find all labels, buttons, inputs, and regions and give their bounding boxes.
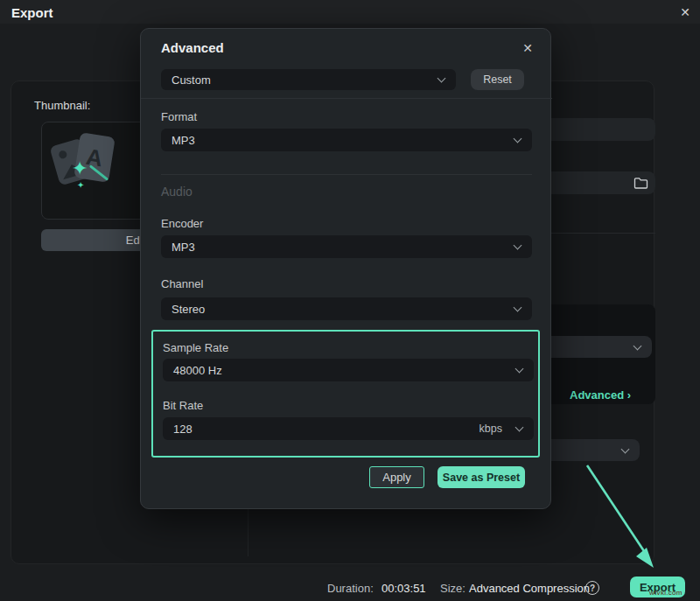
channel-label: Channel xyxy=(161,277,203,290)
sample-rate-label: Sample Rate xyxy=(163,341,228,354)
audio-section-label: Audio xyxy=(161,185,192,199)
format-select[interactable]: MP3 xyxy=(161,129,532,151)
channel-select[interactable]: Stereo xyxy=(161,297,532,320)
reset-button[interactable]: Reset xyxy=(471,69,524,90)
divider xyxy=(141,98,552,99)
chevron-down-icon xyxy=(634,341,642,350)
preset-select[interactable]: Custom xyxy=(161,69,456,90)
help-icon[interactable]: ? xyxy=(585,581,599,595)
chevron-down-icon xyxy=(621,444,630,453)
bit-rate-select[interactable]: 128 kbps xyxy=(163,417,534,440)
encoder-select-value: MP3 xyxy=(172,241,195,254)
folder-icon[interactable] xyxy=(634,177,648,189)
bit-rate-value: 128 xyxy=(173,423,192,436)
preset-select-value: Custom xyxy=(172,73,211,87)
sample-rate-value: 48000 Hz xyxy=(173,364,222,377)
chevron-down-icon xyxy=(438,74,446,83)
sparkle-icon: ✦ xyxy=(77,180,84,190)
size-value: Advanced Compression xyxy=(469,582,590,595)
chevron-down-icon xyxy=(515,423,524,432)
channel-select-value: Stereo xyxy=(172,303,205,316)
duration-label: Duration: xyxy=(327,582,374,595)
thumbnail-label: Thumbnail: xyxy=(34,99,90,112)
advanced-settings-link[interactable]: Advanced › xyxy=(570,388,631,402)
chevron-down-icon xyxy=(514,304,522,312)
apply-button[interactable]: Apply xyxy=(369,466,424,488)
sample-rate-select[interactable]: 48000 Hz xyxy=(163,359,534,381)
chevron-down-icon xyxy=(514,241,522,250)
format-label: Format xyxy=(161,110,197,123)
sparkle-icon: ✦ xyxy=(72,157,88,180)
chevron-down-icon xyxy=(515,365,524,374)
duration-value: 00:03:51 xyxy=(382,582,426,595)
window-close-icon[interactable]: ✕ xyxy=(676,3,695,21)
advanced-dialog: Advanced ✕ Custom Reset Format MP3 Audio… xyxy=(140,28,551,509)
divider xyxy=(161,174,532,175)
highlight-box: Sample Rate 48000 Hz Bit Rate 128 kbps xyxy=(151,330,540,458)
watermark: wtvkl.com xyxy=(649,589,682,597)
bit-rate-label: Bit Rate xyxy=(163,399,203,412)
title-bar xyxy=(0,0,700,24)
chevron-down-icon xyxy=(514,135,522,143)
bit-rate-unit: kbps xyxy=(480,423,502,435)
encoder-select[interactable]: MP3 xyxy=(161,235,532,258)
encoder-label: Encoder xyxy=(161,217,203,230)
size-label: Size: xyxy=(440,582,466,595)
save-as-preset-button[interactable]: Save as Preset xyxy=(438,466,525,488)
format-select-value: MP3 xyxy=(172,134,195,147)
window-title: Export xyxy=(11,5,53,20)
dialog-title: Advanced xyxy=(161,40,224,55)
dialog-close-icon[interactable]: ✕ xyxy=(519,39,536,57)
